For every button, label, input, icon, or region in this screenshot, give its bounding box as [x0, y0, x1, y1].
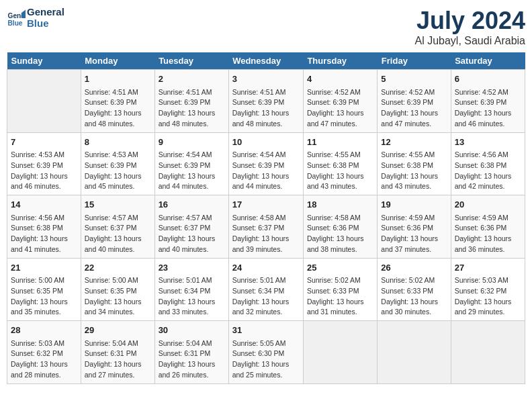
- day-number: 23: [159, 261, 225, 275]
- day-info: Sunrise: 4:58 AMSunset: 6:37 PMDaylight:…: [232, 213, 300, 255]
- calendar-cell: 12Sunrise: 4:55 AMSunset: 6:38 PMDayligh…: [378, 132, 451, 195]
- calendar-header: SundayMondayTuesdayWednesdayThursdayFrid…: [7, 52, 525, 70]
- calendar-cell: 9Sunrise: 4:54 AMSunset: 6:39 PMDaylight…: [154, 132, 228, 195]
- logo: General Blue General Blue: [7, 7, 64, 29]
- calendar-cell: 3Sunrise: 4:51 AMSunset: 6:39 PMDaylight…: [228, 70, 303, 133]
- calendar-cell: [303, 321, 377, 384]
- day-number: 6: [455, 73, 521, 86]
- day-number: 25: [307, 261, 373, 275]
- calendar-cell: 14Sunrise: 4:56 AMSunset: 6:38 PMDayligh…: [7, 195, 81, 259]
- day-number: 26: [381, 261, 447, 275]
- day-info: Sunrise: 4:53 AMSunset: 6:39 PMDaylight:…: [11, 150, 77, 192]
- day-info: Sunrise: 4:51 AMSunset: 6:39 PMDaylight:…: [159, 87, 225, 130]
- logo-blue: Blue: [27, 18, 64, 30]
- day-info: Sunrise: 4:52 AMSunset: 6:39 PMDaylight:…: [455, 87, 521, 130]
- day-info: Sunrise: 5:04 AMSunset: 6:31 PMDaylight:…: [85, 338, 151, 381]
- month-title: July 2024: [414, 7, 525, 35]
- day-number: 21: [11, 261, 77, 275]
- day-info: Sunrise: 4:59 AMSunset: 6:36 PMDaylight:…: [381, 213, 447, 255]
- day-number: 18: [307, 198, 373, 212]
- calendar-cell: 7Sunrise: 4:53 AMSunset: 6:39 PMDaylight…: [7, 132, 81, 195]
- calendar-cell: 21Sunrise: 5:00 AMSunset: 6:35 PMDayligh…: [7, 258, 81, 321]
- day-info: Sunrise: 4:54 AMSunset: 6:39 PMDaylight:…: [159, 150, 225, 192]
- calendar-cell: 29Sunrise: 5:04 AMSunset: 6:31 PMDayligh…: [81, 321, 154, 384]
- day-info: Sunrise: 4:57 AMSunset: 6:37 PMDaylight:…: [85, 213, 151, 255]
- day-info: Sunrise: 4:53 AMSunset: 6:39 PMDaylight:…: [85, 150, 151, 192]
- day-number: 30: [159, 324, 225, 337]
- calendar-cell: 11Sunrise: 4:55 AMSunset: 6:38 PMDayligh…: [303, 132, 377, 195]
- calendar-cell: 15Sunrise: 4:57 AMSunset: 6:37 PMDayligh…: [81, 195, 154, 259]
- day-info: Sunrise: 5:00 AMSunset: 6:35 PMDaylight:…: [11, 275, 77, 318]
- day-info: Sunrise: 4:56 AMSunset: 6:38 PMDaylight:…: [455, 150, 521, 192]
- calendar-body: 1Sunrise: 4:51 AMSunset: 6:39 PMDaylight…: [7, 70, 525, 384]
- day-info: Sunrise: 5:01 AMSunset: 6:34 PMDaylight:…: [159, 275, 225, 318]
- day-number: 3: [232, 73, 300, 86]
- weekday-header: Sunday: [7, 52, 81, 70]
- calendar-cell: [7, 70, 81, 133]
- day-info: Sunrise: 5:01 AMSunset: 6:34 PMDaylight:…: [232, 275, 300, 318]
- weekday-header: Tuesday: [154, 52, 228, 70]
- day-number: 4: [307, 73, 373, 86]
- day-number: 12: [381, 136, 447, 149]
- calendar-cell: 4Sunrise: 4:52 AMSunset: 6:39 PMDaylight…: [303, 70, 377, 133]
- day-info: Sunrise: 4:51 AMSunset: 6:39 PMDaylight:…: [85, 87, 151, 130]
- calendar-cell: 6Sunrise: 4:52 AMSunset: 6:39 PMDaylight…: [451, 70, 525, 133]
- calendar-cell: 18Sunrise: 4:58 AMSunset: 6:36 PMDayligh…: [303, 195, 377, 259]
- calendar-cell: 1Sunrise: 4:51 AMSunset: 6:39 PMDaylight…: [81, 70, 154, 133]
- day-number: 22: [85, 261, 151, 275]
- day-number: 31: [232, 324, 300, 337]
- day-number: 14: [11, 198, 77, 212]
- calendar-cell: [378, 321, 451, 384]
- day-number: 2: [159, 73, 225, 86]
- day-number: 16: [159, 198, 225, 212]
- day-number: 13: [455, 136, 521, 149]
- day-number: 10: [232, 136, 300, 149]
- calendar-table: SundayMondayTuesdayWednesdayThursdayFrid…: [7, 52, 525, 384]
- calendar-cell: 30Sunrise: 5:04 AMSunset: 6:31 PMDayligh…: [154, 321, 228, 384]
- calendar-cell: 24Sunrise: 5:01 AMSunset: 6:34 PMDayligh…: [228, 258, 303, 321]
- calendar-cell: 8Sunrise: 4:53 AMSunset: 6:39 PMDaylight…: [81, 132, 154, 195]
- logo-general: General: [27, 7, 64, 18]
- day-number: 8: [85, 136, 151, 149]
- day-number: 17: [232, 198, 300, 212]
- calendar-cell: 31Sunrise: 5:05 AMSunset: 6:30 PMDayligh…: [228, 321, 303, 384]
- day-number: 19: [381, 198, 447, 212]
- day-info: Sunrise: 4:52 AMSunset: 6:39 PMDaylight:…: [381, 87, 447, 130]
- calendar-cell: 23Sunrise: 5:01 AMSunset: 6:34 PMDayligh…: [154, 258, 228, 321]
- day-number: 28: [11, 324, 77, 337]
- day-info: Sunrise: 4:51 AMSunset: 6:39 PMDaylight:…: [232, 87, 300, 130]
- svg-marker-2: [21, 9, 26, 17]
- day-info: Sunrise: 4:56 AMSunset: 6:38 PMDaylight:…: [11, 213, 77, 255]
- day-info: Sunrise: 5:04 AMSunset: 6:31 PMDaylight:…: [159, 338, 225, 381]
- calendar-cell: 20Sunrise: 4:59 AMSunset: 6:36 PMDayligh…: [451, 195, 525, 259]
- day-info: Sunrise: 5:02 AMSunset: 6:33 PMDaylight:…: [307, 275, 373, 318]
- calendar-cell: 22Sunrise: 5:00 AMSunset: 6:35 PMDayligh…: [81, 258, 154, 321]
- calendar-cell: 16Sunrise: 4:57 AMSunset: 6:37 PMDayligh…: [154, 195, 228, 259]
- weekday-header: Thursday: [303, 52, 377, 70]
- day-number: 9: [159, 136, 225, 149]
- day-number: 11: [307, 136, 373, 149]
- day-info: Sunrise: 5:00 AMSunset: 6:35 PMDaylight:…: [85, 275, 151, 318]
- calendar-cell: 10Sunrise: 4:54 AMSunset: 6:39 PMDayligh…: [228, 132, 303, 195]
- calendar-cell: 17Sunrise: 4:58 AMSunset: 6:37 PMDayligh…: [228, 195, 303, 259]
- calendar-cell: 5Sunrise: 4:52 AMSunset: 6:39 PMDaylight…: [378, 70, 451, 133]
- calendar-cell: 19Sunrise: 4:59 AMSunset: 6:36 PMDayligh…: [378, 195, 451, 259]
- day-number: 15: [85, 198, 151, 212]
- day-info: Sunrise: 5:03 AMSunset: 6:32 PMDaylight:…: [455, 275, 521, 318]
- title-block: July 2024 Al Jubayl, Saudi Arabia: [414, 7, 525, 47]
- day-info: Sunrise: 4:54 AMSunset: 6:39 PMDaylight:…: [232, 150, 300, 192]
- day-number: 5: [381, 73, 447, 86]
- logo-icon: General Blue: [7, 9, 26, 28]
- calendar-cell: [451, 321, 525, 384]
- weekday-header: Saturday: [451, 52, 525, 70]
- day-number: 20: [455, 198, 521, 212]
- page-header: General Blue General Blue July 2024 Al J…: [7, 7, 525, 47]
- day-number: 29: [85, 324, 151, 337]
- calendar-cell: 27Sunrise: 5:03 AMSunset: 6:32 PMDayligh…: [451, 258, 525, 321]
- calendar-cell: 28Sunrise: 5:03 AMSunset: 6:32 PMDayligh…: [7, 321, 81, 384]
- day-info: Sunrise: 4:57 AMSunset: 6:37 PMDaylight:…: [159, 213, 225, 255]
- day-info: Sunrise: 4:59 AMSunset: 6:36 PMDaylight:…: [455, 213, 521, 255]
- day-info: Sunrise: 4:52 AMSunset: 6:39 PMDaylight:…: [307, 87, 373, 130]
- weekday-header: Friday: [378, 52, 451, 70]
- day-info: Sunrise: 5:02 AMSunset: 6:33 PMDaylight:…: [381, 275, 447, 318]
